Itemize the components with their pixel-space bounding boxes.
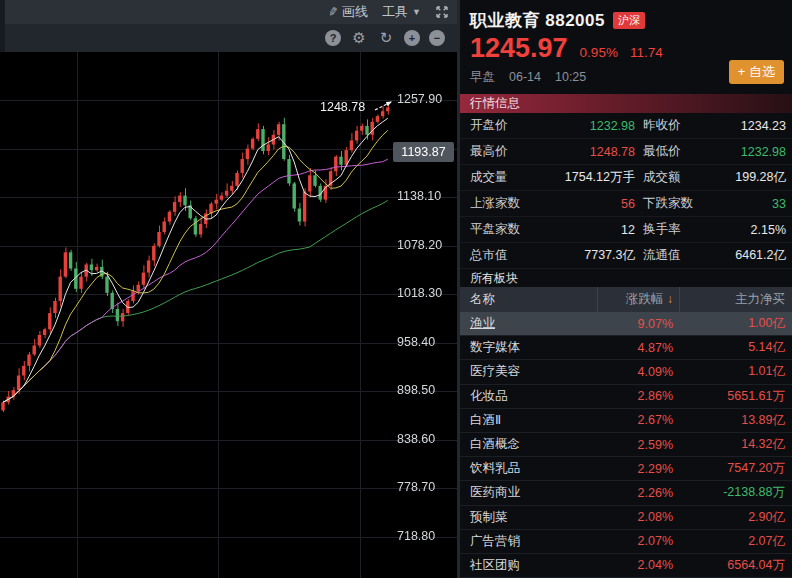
axis-tick-label: 838.60 xyxy=(397,432,435,446)
info-label: 昨收价 xyxy=(635,117,701,134)
board-change: 4.87% xyxy=(597,341,679,355)
board-net-buy: 5.14亿 xyxy=(679,339,792,356)
board-row[interactable]: 白酒概念2.59%14.32亿 xyxy=(460,433,792,457)
board-change: 2.26% xyxy=(597,486,679,500)
info-label: 最高价 xyxy=(470,143,534,160)
gear-icon[interactable]: ⚙ xyxy=(350,29,368,47)
axis-tick-label: 1138.10 xyxy=(397,189,441,203)
info-label: 换手率 xyxy=(635,221,701,238)
chart-toolbar-top: ✎ 画线 工具 ▼ xyxy=(0,0,457,24)
sidebar-edge xyxy=(0,0,5,52)
draw-line-button[interactable]: ✎ 画线 xyxy=(328,3,368,21)
board-net-buy: 7547.20万 xyxy=(679,460,792,477)
board-change: 2.59% xyxy=(597,438,679,452)
board-row[interactable]: 预制菜2.08%2.90亿 xyxy=(460,506,792,530)
board-name: 医疗美容 xyxy=(460,363,597,380)
quote-header: 职业教育 882005 沪深 1245.97 0.95% 11.74 早盘 06… xyxy=(460,0,792,94)
column-name: 名称 xyxy=(460,291,597,308)
info-value: 7737.3亿 xyxy=(534,247,635,264)
board-name: 社区团购 xyxy=(460,557,597,574)
board-row[interactable]: 饮料乳品2.29%7547.20万 xyxy=(460,457,792,481)
axis-tick-label: 958.40 xyxy=(397,335,435,349)
zoom-out-icon[interactable]: − xyxy=(429,30,445,46)
instrument-title: 职业教育 882005 xyxy=(470,9,605,32)
info-value: 12 xyxy=(534,223,635,237)
info-value: 199.28亿 xyxy=(701,169,786,186)
axis-tick-label: 898.50 xyxy=(397,383,435,397)
board-table: 渔业9.07%1.00亿数字媒体4.87%5.14亿医疗美容4.09%1.01亿… xyxy=(460,312,792,578)
board-net-buy: 14.32亿 xyxy=(679,436,792,453)
info-row: 总市值7737.3亿流通值6461.2亿 xyxy=(460,243,792,269)
info-row: 成交量1754.12万手成交额199.28亿 xyxy=(460,165,792,191)
add-watchlist-button[interactable]: + 自选 xyxy=(729,60,784,84)
info-label: 流通值 xyxy=(635,247,701,264)
market-badge: 沪深 xyxy=(613,12,645,29)
board-name: 预制菜 xyxy=(460,509,597,526)
info-label: 平盘家数 xyxy=(470,221,534,238)
change-amount: 11.74 xyxy=(630,45,663,60)
draw-line-label: 画线 xyxy=(342,3,368,21)
board-row[interactable]: 广告营销2.07%2.07亿 xyxy=(460,530,792,554)
zoom-in-icon[interactable]: + xyxy=(404,30,420,46)
board-name: 白酒概念 xyxy=(460,436,597,453)
info-label: 最低价 xyxy=(635,143,701,160)
help-icon[interactable]: ? xyxy=(325,30,341,46)
board-net-buy: 1.00亿 xyxy=(679,315,792,332)
sort-down-icon: ↓ xyxy=(667,292,673,306)
info-row: 平盘家数12换手率2.15% xyxy=(460,217,792,243)
info-label: 总市值 xyxy=(470,247,534,264)
info-value: 1754.12万手 xyxy=(534,169,635,186)
board-change: 2.67% xyxy=(597,413,679,427)
board-row[interactable]: 医药商业2.26%-2138.88万 xyxy=(460,481,792,505)
candlestick-chart[interactable] xyxy=(0,52,457,578)
fullscreen-button[interactable] xyxy=(435,5,449,19)
info-value: 1232.98 xyxy=(534,119,635,133)
board-net-buy: 2.90亿 xyxy=(679,509,792,526)
board-change: 2.08% xyxy=(597,510,679,524)
pencil-icon: ✎ xyxy=(327,4,339,20)
axis-tick-label: 1018.30 xyxy=(397,286,442,300)
date-label: 06-14 xyxy=(509,70,541,84)
trading-app: ✎ 画线 工具 ▼ ? ⚙ ↻ + − xyxy=(0,0,792,578)
board-row[interactable]: 社区团购2.04%6564.04万 xyxy=(460,554,792,578)
price-axis[interactable]: 1257.901138.101078.201018.30958.40898.50… xyxy=(392,52,457,578)
board-row[interactable]: 医疗美容4.09%1.01亿 xyxy=(460,360,792,384)
board-row[interactable]: 化妆品2.86%5651.61万 xyxy=(460,385,792,409)
refresh-icon[interactable]: ↻ xyxy=(377,29,395,47)
info-label: 成交额 xyxy=(635,169,701,186)
chart-pane: ✎ 画线 工具 ▼ ? ⚙ ↻ + − xyxy=(0,0,457,578)
board-net-buy: 13.89亿 xyxy=(679,412,792,429)
time-label: 10:25 xyxy=(555,70,586,84)
board-name: 渔业 xyxy=(460,315,597,332)
info-value: 1232.98 xyxy=(701,145,786,159)
info-row: 最高价1248.78最低价1232.98 xyxy=(460,139,792,165)
board-row[interactable]: 白酒Ⅱ2.67%13.89亿 xyxy=(460,409,792,433)
board-row[interactable]: 渔业9.07%1.00亿 xyxy=(460,312,792,336)
board-name: 数字媒体 xyxy=(460,339,597,356)
board-name: 医药商业 xyxy=(460,484,597,501)
info-label: 上涨家数 xyxy=(470,195,534,212)
axis-tick-label: 1078.20 xyxy=(397,238,442,252)
info-value: 6461.2亿 xyxy=(701,247,786,264)
all-boards-link[interactable]: 所有板块 xyxy=(460,269,792,287)
info-label: 开盘价 xyxy=(470,117,534,134)
quote-info-section-bar: 行情信息 xyxy=(460,94,792,113)
info-value: 1234.23 xyxy=(701,119,786,133)
info-value: 56 xyxy=(534,197,635,211)
info-value: 1248.78 xyxy=(534,145,635,159)
board-change: 4.09% xyxy=(597,365,679,379)
axis-tick-label: 718.80 xyxy=(397,529,435,543)
board-name: 广告营销 xyxy=(460,533,597,550)
info-label: 下跌家数 xyxy=(635,195,701,212)
board-change: 2.86% xyxy=(597,389,679,403)
column-change-sort[interactable]: 涨跌幅 ↓ xyxy=(597,287,679,312)
info-row: 开盘价1232.98昨收价1234.23 xyxy=(460,113,792,139)
board-row[interactable]: 数字媒体4.87%5.14亿 xyxy=(460,336,792,360)
board-change: 2.04% xyxy=(597,558,679,572)
board-table-header: 名称 涨跌幅 ↓ 主力净买 xyxy=(460,287,792,312)
chevron-down-icon: ▼ xyxy=(412,7,421,17)
tools-label: 工具 xyxy=(382,3,408,21)
axis-tick-label: 1257.90 xyxy=(397,92,442,106)
board-net-buy: 2.07亿 xyxy=(679,533,792,550)
tools-menu-button[interactable]: 工具 ▼ xyxy=(382,3,421,21)
